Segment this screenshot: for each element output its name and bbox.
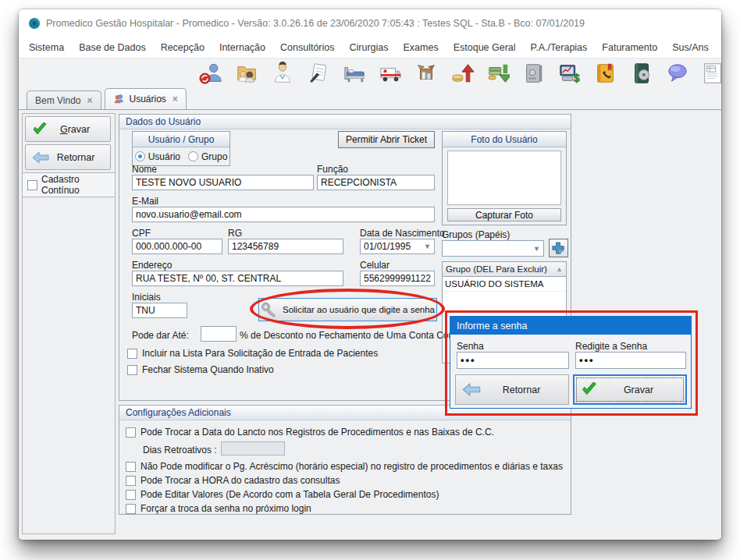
patients-folder-icon[interactable] — [233, 60, 261, 87]
email-input[interactable]: novo.usuario@email.com — [132, 207, 435, 222]
endereco-input[interactable]: RUA TESTE, Nº 00, ST. CENTRAL — [132, 271, 343, 286]
billing-chart-icon[interactable]: $ — [556, 60, 584, 87]
allow-ticket-button[interactable]: Permitir Abrir Ticket — [338, 131, 435, 148]
type-selector-group: Usuário / Grupo Usuário Grupo — [132, 131, 230, 166]
nome-input[interactable]: TESTE NOVO USUARIO — [132, 175, 314, 190]
radio-grupo[interactable]: Grupo — [188, 151, 227, 162]
tab-bem-vindo-label: Bem Vindo — [35, 95, 80, 106]
chevron-down-icon[interactable]: ▼ — [424, 243, 431, 250]
rg-label: RG — [228, 228, 242, 239]
include-entry-list-checkbox[interactable] — [127, 349, 137, 359]
password-dialog: Informe a senha Senha ••• Redigite a Sen… — [450, 316, 692, 409]
photo-group: Foto do Usuário Capturar Foto — [442, 131, 567, 225]
stock-supplies-icon[interactable] — [412, 60, 440, 87]
redigite-input[interactable]: ••• — [575, 352, 686, 369]
funcao-input[interactable]: RECEPCIONISTA — [317, 175, 435, 190]
grupos-combo[interactable]: ▼ — [442, 240, 544, 257]
menu-item-pa-terapias[interactable]: P.A./Terapias — [531, 42, 588, 53]
radio-usuario-control[interactable] — [135, 151, 145, 161]
groups-grid-header[interactable]: Grupo (DEL Para Excluir) ▲ — [443, 262, 566, 277]
safe-icon[interactable] — [520, 60, 548, 87]
continuous-register-checkbox[interactable] — [27, 180, 37, 190]
menu-item-internacao[interactable]: Internação — [219, 42, 265, 53]
promedico-logo-icon — [28, 17, 41, 30]
menu-item-base-de-dados[interactable]: Base de Dados — [79, 42, 145, 53]
grupos-label: Grupos (Papéis) — [442, 229, 510, 240]
menu-item-sistema[interactable]: Sistema — [29, 42, 64, 53]
close-when-idle-label: Fechar Sistema Quando Inativo — [142, 364, 274, 375]
prescription-icon[interactable] — [304, 60, 333, 87]
cpf-input[interactable]: 000.000.000-00 — [132, 239, 222, 254]
cpf-label: CPF — [132, 228, 151, 239]
group-row[interactable]: USUÁRIO DO SISTEMA — [443, 277, 566, 292]
change-lancto-date-option[interactable]: Pode Trocar a Data do Lancto nos Registr… — [126, 427, 494, 438]
ambulance-icon[interactable] — [376, 60, 404, 87]
user-sync-icon[interactable] — [197, 60, 225, 87]
dias-retroativos-label: Dias Retroativos : — [143, 445, 217, 455]
money-in-icon[interactable] — [448, 60, 476, 87]
users-icon — [113, 94, 125, 105]
report-icon[interactable] — [699, 60, 721, 87]
money-out-icon[interactable] — [484, 60, 512, 87]
force-password-change-checkbox[interactable] — [126, 504, 136, 514]
celular-label: Celular — [360, 260, 390, 271]
dialog-return-label: Retornar — [481, 385, 562, 395]
tab-bem-vindo[interactable]: Bem Vindo × — [27, 90, 101, 109]
menu-item-sus-ans[interactable]: Sus/Ans — [672, 42, 709, 53]
include-entry-list-option[interactable]: Incluir na Lista Para Solicitação de Ent… — [127, 348, 378, 359]
dias-retroativos-input[interactable] — [221, 441, 285, 455]
capture-photo-button[interactable]: Capturar Foto — [447, 208, 561, 222]
radio-grupo-control[interactable] — [188, 151, 198, 161]
edit-values-label: Pode Editar Valores (De Acordo com a Tab… — [141, 489, 439, 500]
menu-item-exames[interactable]: Exames — [404, 42, 439, 53]
hospital-bed-icon[interactable] — [340, 60, 368, 87]
force-password-change-label: Forçar a troca da senha no próximo login — [141, 503, 311, 514]
phonebook-icon[interactable] — [592, 60, 620, 87]
add-group-button[interactable] — [549, 239, 568, 257]
rg-input[interactable]: 123456789 — [228, 239, 343, 254]
no-modify-surcharge-checkbox[interactable] — [126, 462, 136, 472]
tab-close-icon[interactable]: × — [87, 95, 92, 106]
continuous-register-option[interactable]: Cadastro Contínuo — [23, 172, 115, 197]
close-when-idle-checkbox[interactable] — [127, 365, 137, 375]
additional-config-group: Configurações Adicionais Pode Trocar a D… — [119, 405, 571, 515]
no-modify-surcharge-option[interactable]: Não Pode modificar o Pg. Acréscimo (horá… — [126, 461, 563, 472]
edit-values-option[interactable]: Pode Editar Valores (De Acordo com a Tab… — [126, 489, 439, 500]
iniciais-input[interactable]: TNU — [132, 303, 187, 318]
celular-input[interactable]: 5562999991122 — [360, 271, 435, 286]
save-button-label: Gravar — [48, 124, 102, 135]
radio-usuario-label: Usuário — [148, 151, 180, 162]
radio-usuario[interactable]: Usuário — [135, 151, 180, 162]
doctor-icon[interactable] — [269, 60, 297, 87]
tab-usuarios[interactable]: Usuários × — [105, 88, 187, 109]
edit-values-checkbox[interactable] — [126, 490, 136, 500]
manual-book-icon[interactable] — [628, 60, 656, 87]
request-password-button[interactable]: Solicitar ao usuário que digite a senha — [258, 298, 437, 321]
dialog-return-button[interactable]: Retornar — [455, 374, 569, 405]
check-icon — [581, 382, 598, 397]
no-modify-surcharge-label: Não Pode modificar o Pg. Acréscimo (horá… — [141, 461, 563, 472]
menu-item-faturamento[interactable]: Faturamento — [602, 42, 657, 53]
senha-input[interactable]: ••• — [457, 352, 569, 369]
change-hour-checkbox[interactable] — [126, 476, 136, 486]
menu-item-cirurgias[interactable]: Cirurgias — [350, 42, 389, 53]
birthdate-combo[interactable]: 01/01/1995 ▼ — [360, 239, 435, 254]
menu-item-consultorios[interactable]: Consultórios — [280, 42, 334, 53]
force-password-change-option[interactable]: Forçar a troca da senha no próximo login — [126, 503, 311, 514]
discount-label: Pode dar Até: — [132, 330, 189, 341]
tab-close-icon[interactable]: × — [173, 94, 178, 105]
content-area: Gravar Retornar Cadastro Contínuo Dados … — [19, 109, 721, 540]
change-hour-option[interactable]: Pode Trocar a HORA do cadastro das consu… — [126, 475, 340, 486]
discount-suffix: % de Desconto no Fechamento de Uma Conta… — [240, 330, 473, 341]
dialog-save-button[interactable]: Gravar — [573, 374, 687, 405]
email-label: E-Mail — [132, 196, 158, 207]
discount-input[interactable] — [201, 326, 237, 342]
save-button[interactable]: Gravar — [25, 116, 111, 142]
chevron-down-icon[interactable]: ▼ — [533, 245, 540, 253]
close-when-idle-option[interactable]: Fechar Sistema Quando Inativo — [127, 364, 274, 375]
return-button[interactable]: Retornar — [25, 144, 111, 170]
chat-icon[interactable] — [664, 60, 692, 87]
menu-item-estoque-geral[interactable]: Estoque Geral — [454, 42, 516, 53]
menu-item-recepcao[interactable]: Recepção — [161, 42, 205, 53]
change-lancto-date-checkbox[interactable] — [126, 427, 136, 438]
